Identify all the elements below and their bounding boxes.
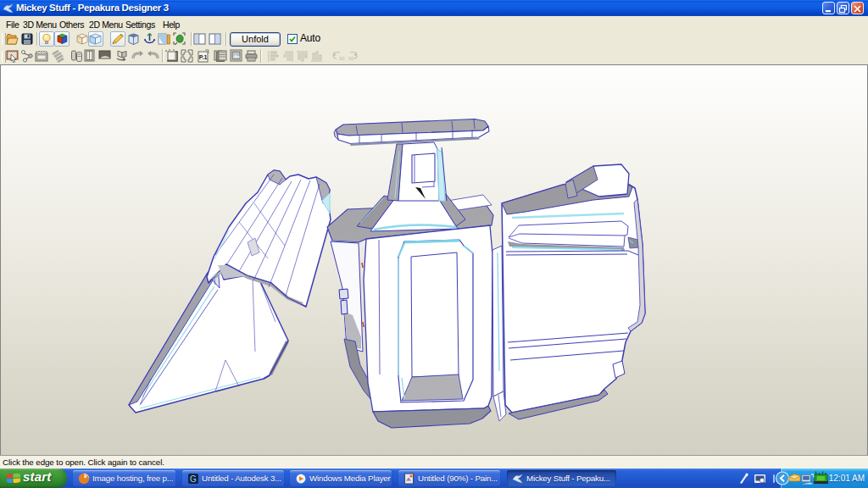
svg-text:90: 90 — [348, 56, 354, 61]
svg-text:G: G — [190, 474, 197, 484]
svg-text:90: 90 — [339, 56, 345, 61]
svg-text:P.1: P.1 — [199, 54, 208, 60]
